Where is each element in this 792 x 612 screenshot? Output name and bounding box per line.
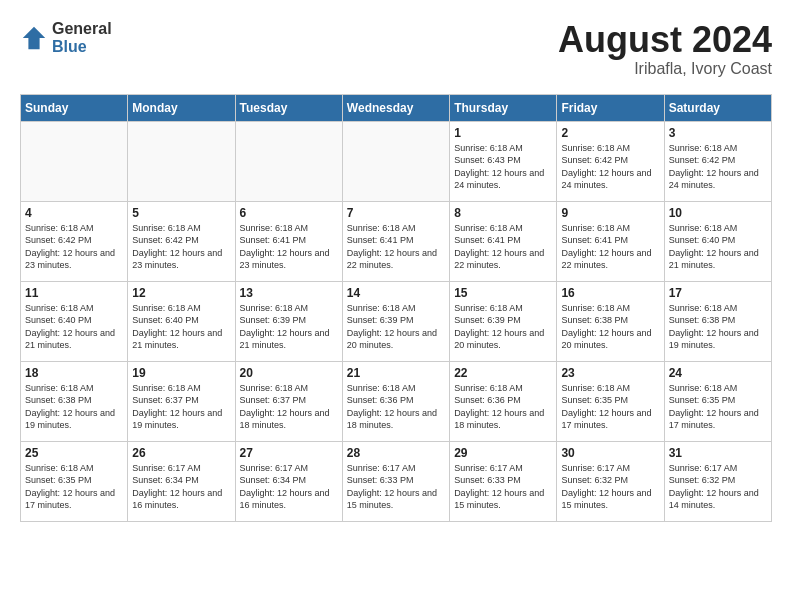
day-info: Sunrise: 6:17 AM Sunset: 6:32 PM Dayligh…	[669, 462, 767, 512]
calendar-cell	[128, 121, 235, 201]
calendar-cell: 16Sunrise: 6:18 AM Sunset: 6:38 PM Dayli…	[557, 281, 664, 361]
calendar-cell: 18Sunrise: 6:18 AM Sunset: 6:38 PM Dayli…	[21, 361, 128, 441]
day-info: Sunrise: 6:18 AM Sunset: 6:35 PM Dayligh…	[561, 382, 659, 432]
calendar-cell: 1Sunrise: 6:18 AM Sunset: 6:43 PM Daylig…	[450, 121, 557, 201]
day-number: 22	[454, 366, 552, 380]
calendar-cell: 13Sunrise: 6:18 AM Sunset: 6:39 PM Dayli…	[235, 281, 342, 361]
calendar-table: SundayMondayTuesdayWednesdayThursdayFrid…	[20, 94, 772, 522]
title-month: August 2024	[558, 20, 772, 60]
day-info: Sunrise: 6:18 AM Sunset: 6:38 PM Dayligh…	[25, 382, 123, 432]
calendar-cell: 26Sunrise: 6:17 AM Sunset: 6:34 PM Dayli…	[128, 441, 235, 521]
day-number: 4	[25, 206, 123, 220]
day-number: 16	[561, 286, 659, 300]
day-number: 21	[347, 366, 445, 380]
day-info: Sunrise: 6:18 AM Sunset: 6:36 PM Dayligh…	[454, 382, 552, 432]
day-number: 28	[347, 446, 445, 460]
day-number: 15	[454, 286, 552, 300]
weekday-header-saturday: Saturday	[664, 94, 771, 121]
day-number: 25	[25, 446, 123, 460]
day-info: Sunrise: 6:18 AM Sunset: 6:38 PM Dayligh…	[669, 302, 767, 352]
calendar-cell: 28Sunrise: 6:17 AM Sunset: 6:33 PM Dayli…	[342, 441, 449, 521]
calendar-cell: 23Sunrise: 6:18 AM Sunset: 6:35 PM Dayli…	[557, 361, 664, 441]
logo: General Blue	[20, 20, 112, 55]
day-number: 2	[561, 126, 659, 140]
day-number: 6	[240, 206, 338, 220]
day-number: 9	[561, 206, 659, 220]
day-info: Sunrise: 6:18 AM Sunset: 6:35 PM Dayligh…	[25, 462, 123, 512]
calendar-cell: 7Sunrise: 6:18 AM Sunset: 6:41 PM Daylig…	[342, 201, 449, 281]
calendar-cell: 10Sunrise: 6:18 AM Sunset: 6:40 PM Dayli…	[664, 201, 771, 281]
day-info: Sunrise: 6:18 AM Sunset: 6:41 PM Dayligh…	[347, 222, 445, 272]
logo-text: General Blue	[52, 20, 112, 55]
day-info: Sunrise: 6:18 AM Sunset: 6:39 PM Dayligh…	[454, 302, 552, 352]
title-location: Iribafla, Ivory Coast	[558, 60, 772, 78]
weekday-header-friday: Friday	[557, 94, 664, 121]
day-info: Sunrise: 6:18 AM Sunset: 6:40 PM Dayligh…	[669, 222, 767, 272]
day-info: Sunrise: 6:18 AM Sunset: 6:37 PM Dayligh…	[132, 382, 230, 432]
calendar-cell: 5Sunrise: 6:18 AM Sunset: 6:42 PM Daylig…	[128, 201, 235, 281]
calendar-cell: 6Sunrise: 6:18 AM Sunset: 6:41 PM Daylig…	[235, 201, 342, 281]
title-block: August 2024 Iribafla, Ivory Coast	[558, 20, 772, 78]
calendar-cell: 24Sunrise: 6:18 AM Sunset: 6:35 PM Dayli…	[664, 361, 771, 441]
day-number: 26	[132, 446, 230, 460]
calendar-cell: 8Sunrise: 6:18 AM Sunset: 6:41 PM Daylig…	[450, 201, 557, 281]
day-number: 3	[669, 126, 767, 140]
day-info: Sunrise: 6:18 AM Sunset: 6:42 PM Dayligh…	[132, 222, 230, 272]
logo-blue: Blue	[52, 38, 112, 56]
day-info: Sunrise: 6:18 AM Sunset: 6:42 PM Dayligh…	[25, 222, 123, 272]
day-info: Sunrise: 6:18 AM Sunset: 6:35 PM Dayligh…	[669, 382, 767, 432]
calendar-cell: 22Sunrise: 6:18 AM Sunset: 6:36 PM Dayli…	[450, 361, 557, 441]
weekday-header-sunday: Sunday	[21, 94, 128, 121]
logo-general: General	[52, 20, 112, 38]
day-number: 5	[132, 206, 230, 220]
calendar-cell: 12Sunrise: 6:18 AM Sunset: 6:40 PM Dayli…	[128, 281, 235, 361]
svg-marker-0	[23, 26, 45, 48]
day-info: Sunrise: 6:18 AM Sunset: 6:40 PM Dayligh…	[132, 302, 230, 352]
day-number: 31	[669, 446, 767, 460]
calendar-cell: 3Sunrise: 6:18 AM Sunset: 6:42 PM Daylig…	[664, 121, 771, 201]
day-number: 23	[561, 366, 659, 380]
weekday-header-wednesday: Wednesday	[342, 94, 449, 121]
day-number: 13	[240, 286, 338, 300]
calendar-cell: 27Sunrise: 6:17 AM Sunset: 6:34 PM Dayli…	[235, 441, 342, 521]
day-info: Sunrise: 6:17 AM Sunset: 6:34 PM Dayligh…	[240, 462, 338, 512]
calendar-cell: 11Sunrise: 6:18 AM Sunset: 6:40 PM Dayli…	[21, 281, 128, 361]
day-info: Sunrise: 6:18 AM Sunset: 6:39 PM Dayligh…	[240, 302, 338, 352]
day-info: Sunrise: 6:18 AM Sunset: 6:43 PM Dayligh…	[454, 142, 552, 192]
day-info: Sunrise: 6:18 AM Sunset: 6:41 PM Dayligh…	[454, 222, 552, 272]
day-info: Sunrise: 6:18 AM Sunset: 6:36 PM Dayligh…	[347, 382, 445, 432]
day-info: Sunrise: 6:17 AM Sunset: 6:33 PM Dayligh…	[454, 462, 552, 512]
calendar-cell: 14Sunrise: 6:18 AM Sunset: 6:39 PM Dayli…	[342, 281, 449, 361]
day-number: 24	[669, 366, 767, 380]
day-info: Sunrise: 6:18 AM Sunset: 6:42 PM Dayligh…	[561, 142, 659, 192]
day-info: Sunrise: 6:18 AM Sunset: 6:41 PM Dayligh…	[561, 222, 659, 272]
day-number: 11	[25, 286, 123, 300]
day-info: Sunrise: 6:17 AM Sunset: 6:34 PM Dayligh…	[132, 462, 230, 512]
logo-icon	[20, 24, 48, 52]
day-number: 27	[240, 446, 338, 460]
day-number: 17	[669, 286, 767, 300]
day-info: Sunrise: 6:18 AM Sunset: 6:41 PM Dayligh…	[240, 222, 338, 272]
day-info: Sunrise: 6:18 AM Sunset: 6:40 PM Dayligh…	[25, 302, 123, 352]
day-number: 19	[132, 366, 230, 380]
day-info: Sunrise: 6:18 AM Sunset: 6:39 PM Dayligh…	[347, 302, 445, 352]
calendar-cell	[21, 121, 128, 201]
day-info: Sunrise: 6:18 AM Sunset: 6:42 PM Dayligh…	[669, 142, 767, 192]
day-number: 29	[454, 446, 552, 460]
day-info: Sunrise: 6:17 AM Sunset: 6:33 PM Dayligh…	[347, 462, 445, 512]
calendar-cell: 2Sunrise: 6:18 AM Sunset: 6:42 PM Daylig…	[557, 121, 664, 201]
calendar-cell: 4Sunrise: 6:18 AM Sunset: 6:42 PM Daylig…	[21, 201, 128, 281]
day-number: 14	[347, 286, 445, 300]
day-info: Sunrise: 6:18 AM Sunset: 6:38 PM Dayligh…	[561, 302, 659, 352]
day-number: 1	[454, 126, 552, 140]
page-header: General Blue August 2024 Iribafla, Ivory…	[20, 20, 772, 78]
day-number: 7	[347, 206, 445, 220]
calendar-cell: 9Sunrise: 6:18 AM Sunset: 6:41 PM Daylig…	[557, 201, 664, 281]
calendar-cell: 15Sunrise: 6:18 AM Sunset: 6:39 PM Dayli…	[450, 281, 557, 361]
calendar-cell	[342, 121, 449, 201]
day-info: Sunrise: 6:17 AM Sunset: 6:32 PM Dayligh…	[561, 462, 659, 512]
day-number: 20	[240, 366, 338, 380]
day-number: 30	[561, 446, 659, 460]
calendar-cell: 20Sunrise: 6:18 AM Sunset: 6:37 PM Dayli…	[235, 361, 342, 441]
calendar-cell: 30Sunrise: 6:17 AM Sunset: 6:32 PM Dayli…	[557, 441, 664, 521]
